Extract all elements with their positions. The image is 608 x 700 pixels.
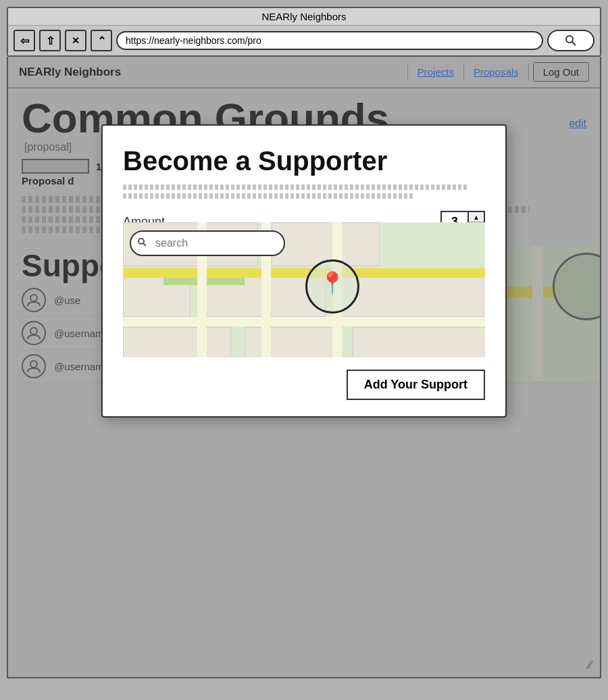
browser-title-bar: NEARly Neighbors xyxy=(8,8,600,26)
search-input-wrapper xyxy=(130,230,285,256)
address-bar[interactable] xyxy=(116,31,543,50)
map-pin-circle: 📍 xyxy=(305,259,359,314)
browser-search-button[interactable] xyxy=(547,30,594,51)
close-button[interactable]: ✕ xyxy=(65,30,86,51)
svg-line-6 xyxy=(143,243,146,246)
modal-dialog: Become a Supporter Amount 3 ▲ ▼ xyxy=(101,124,507,418)
map-block xyxy=(245,327,339,357)
modal-desc-line-2 xyxy=(123,193,413,199)
modal-overlay: Become a Supporter Amount 3 ▲ ▼ xyxy=(8,57,600,677)
svg-point-0 xyxy=(566,36,573,43)
search-input-icon xyxy=(137,237,147,249)
spinner-up-button[interactable]: ▲ xyxy=(469,212,484,222)
search-icon xyxy=(565,34,577,47)
browser-chrome: NEARly Neighbors ⇦ ⇧ ✕ ⌃ xyxy=(7,7,601,57)
add-support-button[interactable]: Add Your Support xyxy=(347,370,485,400)
location-search-input[interactable] xyxy=(130,230,285,256)
modal-desc-line-1 xyxy=(123,184,467,190)
back-button[interactable]: ⇦ xyxy=(14,30,35,51)
map-street-yellow xyxy=(123,268,485,278)
svg-line-1 xyxy=(572,42,576,45)
map-block xyxy=(353,327,485,357)
map-street-h xyxy=(123,317,485,326)
forward-button[interactable]: ⇧ xyxy=(39,30,61,51)
svg-point-5 xyxy=(138,239,144,244)
home-button[interactable]: ⌃ xyxy=(91,30,112,51)
map-search-container: 📍 xyxy=(123,222,485,357)
map-block xyxy=(123,327,231,357)
modal-title: Become a Supporter xyxy=(123,146,485,176)
browser-toolbar: ⇦ ⇧ ✕ ⌃ xyxy=(8,26,600,55)
page-area: NEARly Neighbors Projects Proposals Log … xyxy=(7,57,601,678)
map-block xyxy=(339,276,485,317)
browser-title: NEARly Neighbors xyxy=(261,11,346,22)
map-pin-icon: 📍 xyxy=(319,270,346,296)
